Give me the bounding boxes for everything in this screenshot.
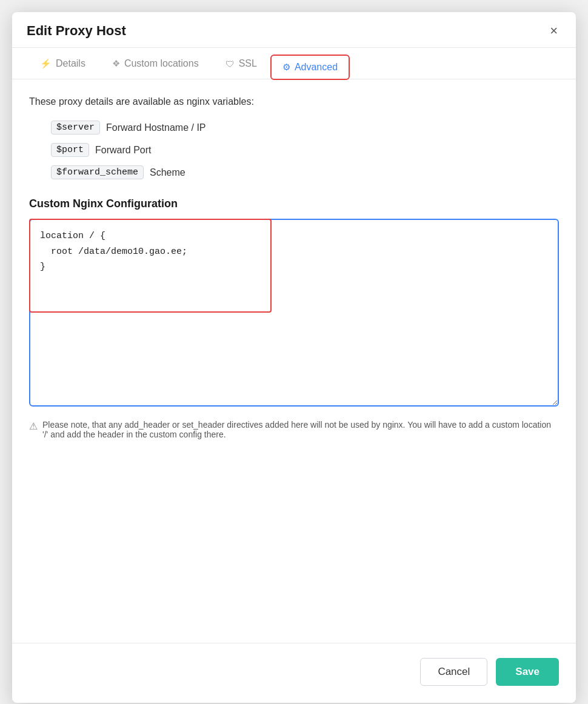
variable-port-badge: $port [51, 143, 89, 157]
tab-details[interactable]: ⚡ Details [27, 48, 99, 79]
list-item: $forward_scheme Scheme [51, 165, 559, 179]
save-button[interactable]: Save [496, 658, 559, 686]
tab-custom-locations-label: Custom locations [124, 58, 199, 69]
textarea-wrapper [29, 219, 559, 409]
edit-proxy-host-modal: Edit Proxy Host × ⚡ Details ❖ Custom loc… [12, 12, 576, 703]
tab-details-label: Details [56, 58, 85, 69]
tab-ssl-label: SSL [239, 58, 257, 69]
tab-bar: ⚡ Details ❖ Custom locations 🛡 SSL ⚙ Adv… [12, 48, 576, 79]
cancel-button[interactable]: Cancel [420, 658, 487, 686]
list-item: $server Forward Hostname / IP [51, 121, 559, 134]
modal-header: Edit Proxy Host × [12, 12, 576, 48]
warning-container: ⚠ Please note, that any add_header or se… [29, 420, 559, 439]
intro-text: These proxy details are available as ngi… [29, 96, 559, 107]
variable-port-desc: Forward Port [95, 145, 151, 156]
variables-list: $server Forward Hostname / IP $port Forw… [29, 121, 559, 179]
lightning-icon: ⚡ [40, 58, 52, 69]
variable-server-badge: $server [51, 121, 100, 134]
variable-scheme-badge: $forward_scheme [51, 165, 144, 179]
gear-icon: ⚙ [282, 62, 290, 73]
tab-custom-locations[interactable]: ❖ Custom locations [99, 48, 212, 79]
list-item: $port Forward Port [51, 143, 559, 157]
modal-footer: Cancel Save [12, 643, 576, 703]
variable-scheme-desc: Scheme [150, 167, 185, 178]
warning-text: Please note, that any add_header or set_… [42, 420, 559, 439]
tab-ssl[interactable]: 🛡 SSL [212, 48, 270, 79]
tab-advanced-label: Advanced [295, 62, 338, 73]
close-button[interactable]: × [546, 23, 561, 39]
tab-advanced[interactable]: ⚙ Advanced [270, 55, 350, 80]
layers-icon: ❖ [112, 58, 120, 69]
modal-body: These proxy details are available as ngi… [12, 79, 576, 631]
shield-icon: 🛡 [226, 59, 235, 69]
warning-icon: ⚠ [29, 420, 38, 432]
section-title: Custom Nginx Configuration [29, 198, 559, 210]
variable-server-desc: Forward Hostname / IP [106, 122, 206, 133]
modal-title: Edit Proxy Host [27, 23, 126, 39]
nginx-config-textarea[interactable] [29, 219, 559, 407]
